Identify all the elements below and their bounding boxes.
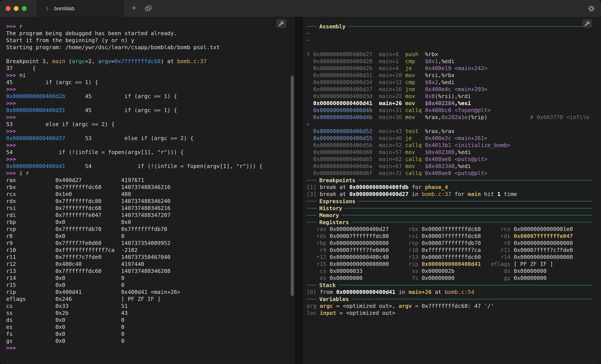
- text-segment: main+26: [379, 100, 405, 106]
- text-segment: main+26: [409, 289, 431, 295]
- section-title: Breakpoints: [319, 177, 356, 183]
- breakpoint-entry: [3] break at 0x0000000000400d27 in bomb.…: [307, 191, 592, 198]
- text-segment: mov: [405, 72, 425, 79]
- text-segment: >>>: [6, 72, 16, 79]
- text-segment: %rsi,%rbx: [425, 72, 454, 79]
- divider-line: [307, 222, 317, 222]
- text-segment: break at: [320, 184, 349, 190]
- text-segment: 0x0000000000400d37: [6, 135, 65, 141]
- text-segment: cmp: [405, 79, 425, 85]
- text-segment: %rax,%rax: [425, 128, 454, 134]
- text-segment: for: [451, 191, 468, 197]
- new-tab-button[interactable]: +: [123, 0, 144, 17]
- tab-bomblab[interactable]: 1 bomblab: [37, 0, 123, 17]
- text-segment: main+43: [379, 128, 405, 134]
- settings-button[interactable]: [587, 0, 595, 17]
- window-titlebar: 1 bomblab +: [0, 0, 601, 17]
- text-segment: >>>: [6, 114, 16, 120]
- text-segment: 0x0000000000400d4b: [313, 114, 372, 120]
- divider-line: [307, 180, 317, 181]
- terminal-line: r13 0x7fffffffdc60 140737488346208: [6, 268, 295, 275]
- text-segment: = <optimized out>,: [333, 303, 399, 309]
- text-segment: gs 0x0 0: [6, 338, 124, 344]
- terminal-line: rdi 0x7fffffffe047 140737488347207: [6, 212, 295, 219]
- text-segment: 0xfffffffffffff7ca: [422, 247, 481, 253]
- text-segment: [481, 226, 491, 232]
- tab-index-badge: 1: [46, 6, 49, 11]
- section-title: Registers: [319, 219, 349, 225]
- text-segment: ni: [16, 72, 26, 79]
- text-segment: rcx 0x1e0 480: [6, 191, 131, 197]
- text-segment: argv: [399, 303, 412, 309]
- terminal-line: cs 0x33 51: [6, 303, 295, 310]
- zoom-button[interactable]: [22, 6, 27, 11]
- text-segment: [307, 72, 313, 79]
- text-segment: 0x400e2c <main+261>: [425, 135, 487, 141]
- assembly-line: 0x0000000000400d5b main+52 callq 0x4013b…: [307, 142, 592, 149]
- terminal-line: 0x0000000000400d41 54 if (!(infile = fop…: [6, 163, 295, 170]
- text-segment: r9: [307, 247, 330, 253]
- terminal-line: rip 0x400d41 0x400d41 <main+26>: [6, 289, 295, 296]
- text-segment: r11: [491, 247, 514, 253]
- text-segment: main: [468, 191, 481, 197]
- pane-divider[interactable]: [295, 17, 303, 364]
- terminal-line: >>>: [6, 156, 295, 163]
- text-segment: >>>: [6, 128, 16, 134]
- text-segment: 0x0000000000400d46: [313, 107, 372, 113]
- tab-overview-button[interactable]: [144, 0, 152, 17]
- pane-tools-button-left[interactable]: [276, 19, 286, 28]
- text-segment: 0x4013b1 <initialize_bomb>: [425, 142, 510, 148]
- register-row: cs 0x00000033 ss 0x0000002b ds 0x0000000…: [307, 268, 592, 275]
- text-segment: rbp 0x0 0x0: [6, 219, 131, 225]
- text-segment: rsp 0x7fffffffdb70 0x7fffffffdb70: [6, 226, 167, 232]
- text-segment: >>>: [6, 345, 16, 351]
- console-scrollbar-thumb[interactable]: [291, 76, 294, 296]
- text-segment: es 0x0 0: [6, 324, 124, 330]
- section-title: Expressions: [319, 198, 356, 204]
- text-segment: rsi 0x7fffffffdc68 140737488346216: [6, 205, 170, 211]
- assembly-line: 0x0000000000400d2b main+4 je 0x400e19 <m…: [307, 65, 592, 72]
- terminal-line: rdx 0x7fffffffdc80 140737488346240: [6, 198, 295, 205]
- text-segment: [372, 142, 379, 148]
- text-segment: >: [307, 121, 310, 127]
- text-segment: main+22: [379, 93, 405, 99]
- text-segment: rbp: [307, 240, 330, 246]
- terminal-line: r12 0x400c40 4197440: [6, 261, 295, 268]
- assembly-line: 0x0000000000400d52 main+43 test %rax,%ra…: [307, 128, 592, 135]
- text-segment: 54 if (!(infile = fopen(argv[1], "r"))) …: [6, 149, 184, 155]
- text-segment: callq: [405, 170, 425, 176]
- text-segment: r8 0x0 0: [6, 233, 124, 239]
- text-segment: ,%edi: [438, 58, 454, 64]
- text-segment: 0x0000000000000000: [514, 254, 573, 260]
- terminal-line: rcx 0x1e0 480: [6, 191, 295, 198]
- assembly-line: 0x0000000000400d55 main+46 je 0x400e2c <…: [307, 135, 592, 142]
- text-segment: [307, 93, 313, 99]
- text-segment: rsp: [399, 240, 421, 246]
- text-segment: 0x0000000000400d5b: [313, 142, 372, 148]
- text-segment: main+16: [379, 86, 405, 92]
- pane-tools-button-right[interactable]: [582, 19, 592, 28]
- text-segment: [389, 261, 399, 267]
- minimize-button[interactable]: [14, 6, 19, 11]
- text-segment: [372, 79, 379, 85]
- divider-line: [307, 201, 317, 202]
- assembly-line: 0x0000000000400d6f main+72 callq 0x400ae…: [307, 170, 592, 177]
- text-segment: rbx 0x7fffffffdc68 140737488346216: [6, 184, 170, 190]
- register-row: rbp 0x0000000000000000 rsp 0x00007ffffff…: [307, 240, 592, 247]
- text-segment: 0x00007ffff7c7fde0: [514, 247, 573, 253]
- text-segment: main+52: [379, 142, 405, 148]
- text-segment: callq: [405, 142, 425, 148]
- text-segment: [372, 156, 379, 162]
- text-segment: [389, 247, 399, 253]
- text-segment: 0x0000000000000000: [330, 240, 389, 246]
- terminal-line: rsi 0x7fffffffdc68 140737488346216: [6, 205, 295, 212]
- text-segment: $0x1: [425, 58, 438, 64]
- text-segment: in: [395, 289, 408, 295]
- terminal-line: rbx 0x7fffffffdc68 140737488346216: [6, 184, 295, 191]
- text-segment: [481, 233, 491, 239]
- close-button[interactable]: [6, 6, 10, 11]
- text-segment: [389, 254, 399, 260]
- text-segment: ~: [307, 30, 310, 37]
- text-segment: rdi: [491, 233, 514, 239]
- variable-row: arg argc = <optimized out>, argv = 0x7ff…: [307, 303, 592, 310]
